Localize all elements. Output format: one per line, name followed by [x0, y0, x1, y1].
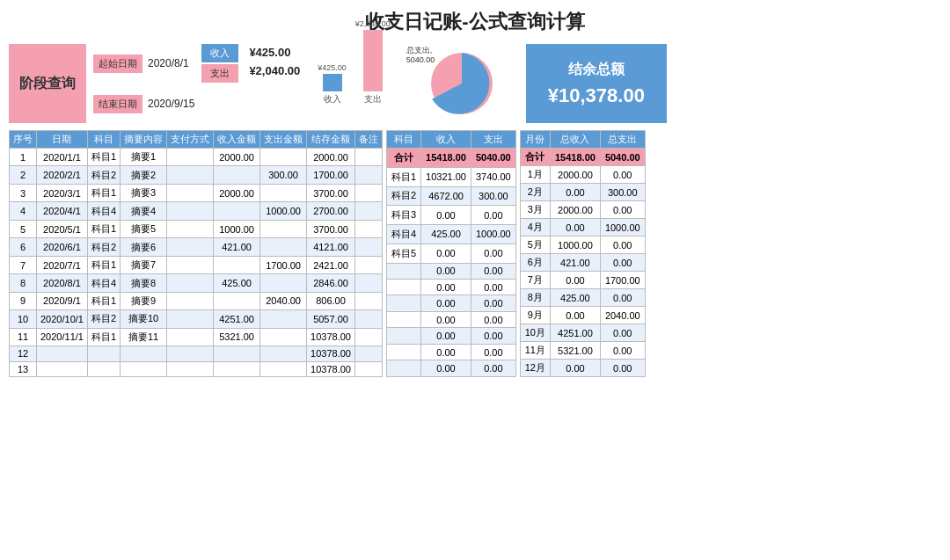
- main-table-cell: 2020/2/1: [37, 166, 88, 184]
- monthly-table-cell: 3月: [520, 201, 550, 219]
- main-table-cell: 2000.00: [307, 149, 355, 166]
- stat-table-row: 0.000.00: [386, 279, 515, 295]
- monthly-table-cell: 0.00: [600, 289, 645, 307]
- main-table-cell: [121, 346, 167, 361]
- main-th-income: 收入金额: [214, 131, 260, 149]
- main-table-cell: 摘要10: [121, 310, 167, 328]
- main-table-cell: 科目2: [87, 238, 120, 256]
- main-table-cell: [167, 274, 214, 292]
- main-table-cell: 1: [10, 149, 37, 166]
- stat-table-cell: 0.00: [421, 295, 471, 311]
- main-table-cell: 4: [10, 202, 37, 220]
- main-table-cell: [214, 202, 260, 220]
- expense-bar: [363, 30, 383, 91]
- monthly-table-cell: 2000.00: [550, 201, 600, 219]
- main-table-row: 102020/10/1科目2摘要104251.005057.00: [10, 310, 383, 328]
- main-table-cell: [354, 149, 382, 166]
- main-table-cell: [167, 220, 214, 237]
- stat-table-row: 科目50.000.00: [386, 244, 515, 263]
- stat-th-cat: 科目: [386, 131, 420, 149]
- stat-table-cell: 425.00: [421, 225, 471, 244]
- main-table-cell: 摘要6: [121, 238, 167, 256]
- monthly-table-row: 4月0.001000.00: [520, 219, 645, 236]
- income-bar-label: 收入: [324, 93, 341, 105]
- main-table-row: 82020/8/1科目4摘要8425.002846.00: [10, 274, 383, 292]
- stat-table-cell: 300.00: [471, 186, 515, 206]
- monthly-table-cell: 0.00: [600, 254, 645, 272]
- main-table-cell: 科目1: [87, 256, 120, 273]
- main-table-cell: [260, 361, 307, 376]
- main-table-row: 22020/2/1科目2摘要2300.001700.00: [10, 166, 383, 184]
- main-table-cell: 421.00: [214, 238, 260, 256]
- monthly-table-cell: 7月: [520, 272, 550, 289]
- income-bar: [323, 74, 342, 91]
- main-table-cell: 科目1: [87, 184, 120, 201]
- main-table-cell: 4121.00: [307, 238, 355, 256]
- main-table-cell: 10378.00: [307, 361, 355, 376]
- start-date-label: 起始日期: [93, 55, 142, 73]
- main-table-cell: [354, 220, 382, 237]
- bar-chart: ¥425.00 收入 ¥2,040.00 支出: [318, 44, 391, 123]
- main-table-row: 1210378.00: [10, 346, 383, 361]
- main-table-cell: [354, 361, 382, 376]
- stat-table-cell: 0.00: [471, 344, 515, 360]
- main-table-cell: 2421.00: [307, 256, 355, 273]
- monthly-table-cell: 2040.00: [600, 307, 645, 324]
- main-table-cell: 2020/5/1: [37, 220, 88, 237]
- stat-table-cell: 0.00: [471, 244, 515, 263]
- main-table-cell: 5057.00: [307, 310, 355, 328]
- main-table-cell: [167, 361, 214, 376]
- main-table-cell: 2020/4/1: [37, 202, 88, 220]
- monthly-table-cell: 0.00: [550, 184, 600, 201]
- stat-table-cell: 0.00: [471, 360, 515, 377]
- main-table-cell: 10378.00: [307, 328, 355, 345]
- main-table-cell: [167, 166, 214, 184]
- monthly-table-cell: 0.00: [550, 272, 600, 289]
- main-table-cell: [87, 346, 120, 361]
- monthly-table-cell: 0.00: [600, 342, 645, 360]
- main-table-cell: 科目4: [87, 274, 120, 292]
- main-table-cell: [167, 238, 214, 256]
- pie-income-label: 总收入,15418.00: [484, 95, 517, 114]
- stat-table-cell: 0.00: [421, 311, 471, 327]
- main-table-cell: [354, 238, 382, 256]
- monthly-table-row: 合计15418.005040.00: [520, 149, 645, 166]
- stat-table-cell: 科目1: [386, 167, 420, 186]
- main-table-cell: 12: [10, 346, 37, 361]
- monthly-table-cell: 0.00: [600, 360, 645, 377]
- main-table-row: 32020/3/1科目1摘要32000.003700.00: [10, 184, 383, 201]
- stat-table-cell: 0.00: [421, 344, 471, 360]
- stat-table-cell: 0.00: [471, 295, 515, 311]
- monthly-table-cell: 1月: [520, 166, 550, 184]
- main-table-cell: [214, 256, 260, 273]
- balance-title: 结余总额: [568, 61, 625, 79]
- stat-table-cell: 0.00: [471, 206, 515, 225]
- main-table-cell: [167, 256, 214, 273]
- monthly-table-row: 11月5321.000.00: [520, 342, 645, 360]
- monthly-table-cell: 8月: [520, 289, 550, 307]
- monthly-table-cell: 421.00: [550, 254, 600, 272]
- monthly-table: 月份 总收入 总支出 合计15418.005040.001月2000.000.0…: [520, 130, 646, 377]
- income-amount: ¥425.00: [245, 44, 303, 61]
- main-table-cell: 2020/1/1: [37, 149, 88, 166]
- main-table-cell: [167, 184, 214, 201]
- monthly-table-cell: 9月: [520, 307, 550, 324]
- stat-table-cell: [386, 344, 420, 360]
- main-table-cell: [260, 274, 307, 292]
- monthly-table-cell: 300.00: [600, 184, 645, 201]
- monthly-table-cell: 11月: [520, 342, 550, 360]
- main-table-cell: [167, 292, 214, 309]
- stat-th-income: 收入: [421, 131, 471, 149]
- main-table-cell: [167, 346, 214, 361]
- monthly-table-row: 2月0.00300.00: [520, 184, 645, 201]
- expense-bar-col: ¥2,040.00 支出: [355, 19, 391, 105]
- main-table-cell: 1700.00: [307, 166, 355, 184]
- stat-table-cell: [386, 263, 420, 279]
- monthly-table-cell: 0.00: [550, 219, 600, 236]
- main-table-cell: 2020/3/1: [37, 184, 88, 201]
- stat-table-cell: 0.00: [421, 328, 471, 344]
- stat-table-cell: [386, 360, 420, 377]
- out-label: 支出: [201, 64, 238, 83]
- tables-row: 序号 日期 科目 摘要内容 支付方式 收入金额 支出金额 结存金额 备注 120…: [9, 130, 941, 377]
- main-table-cell: [167, 328, 214, 345]
